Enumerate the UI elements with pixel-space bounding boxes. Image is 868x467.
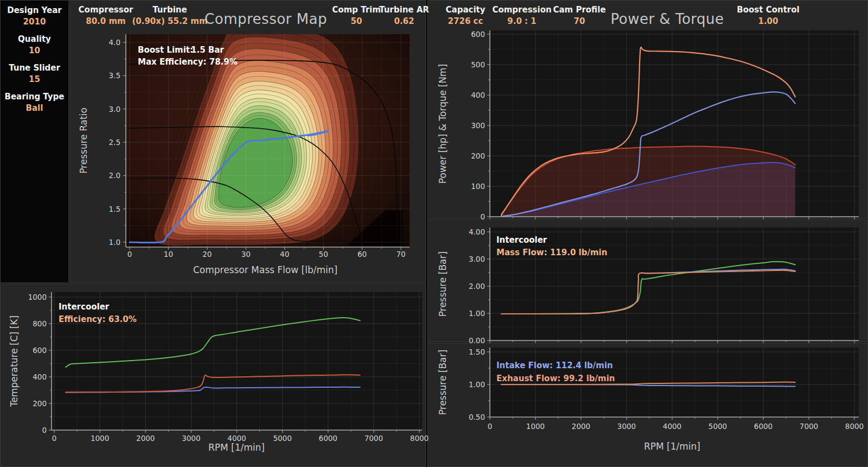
stat-boost-control: Boost Control 1.00 (737, 4, 799, 27)
stat-compression: Compression 9.0 : 1 (492, 4, 551, 27)
bearing-type-value: Ball (4, 103, 64, 114)
quality-label: Quality (18, 34, 51, 45)
sidebar: Design Year 2010 Quality 10 Tune Slider … (0, 0, 69, 283)
turbine-ar-label: Turbine AR (379, 4, 429, 16)
app-window: Design Year 2010 Quality 10 Tune Slider … (0, 0, 868, 467)
capacity-value: 2726 cc (446, 16, 486, 27)
sidebar-item-quality: Quality 10 (18, 34, 51, 56)
stat-capacity: Capacity 2726 cc (446, 4, 486, 27)
intercooler-pressure-panel (427, 219, 868, 342)
cam-profile-label: Cam Profile (553, 4, 605, 16)
comp-trim-value: 50 (332, 16, 381, 27)
turbine-ar-value: 0.62 (379, 16, 429, 27)
turbine-value: (0.90x) 55.2 mm (132, 16, 207, 27)
sidebar-item-bearing-type: Bearing Type Ball (4, 91, 64, 114)
stat-turbine: Turbine (0.90x) 55.2 mm (132, 4, 207, 27)
flow-pressure-panel (427, 343, 868, 467)
stat-turbine-ar: Turbine AR 0.62 (379, 4, 429, 27)
compressor-map-title: Compressor Map (205, 11, 327, 27)
compressor-map-panel (69, 0, 426, 283)
compressor-label: Compressor (79, 4, 133, 16)
compression-value: 9.0 : 1 (492, 16, 551, 27)
tune-slider-label: Tune Slider (9, 62, 60, 74)
stat-comp-trim: Comp Trim 50 (332, 4, 381, 27)
boost-control-value: 1.00 (737, 16, 799, 27)
cam-profile-value: 70 (553, 16, 605, 27)
design-year-label: Design Year (7, 5, 62, 16)
stat-cam-profile: Cam Profile 70 (553, 4, 605, 27)
power-torque-title: Power & Torque (611, 11, 724, 27)
quality-value: 10 (18, 45, 51, 56)
comp-trim-label: Comp Trim (332, 4, 381, 16)
boost-control-label: Boost Control (737, 4, 799, 16)
design-year-value: 2010 (7, 16, 62, 28)
sidebar-item-design-year: Design Year 2010 (7, 5, 62, 28)
capacity-label: Capacity (446, 4, 486, 16)
bearing-type-label: Bearing Type (4, 91, 64, 103)
turbine-label: Turbine (132, 4, 207, 16)
power-torque-panel (427, 0, 868, 219)
intercooler-temp-panel (0, 283, 426, 467)
stat-compressor: Compressor 80.0 mm (79, 4, 133, 27)
compression-label: Compression (492, 4, 551, 16)
sidebar-item-tune-slider: Tune Slider 15 (9, 62, 60, 85)
compressor-value: 80.0 mm (79, 16, 133, 27)
tune-slider-value: 15 (9, 74, 60, 85)
